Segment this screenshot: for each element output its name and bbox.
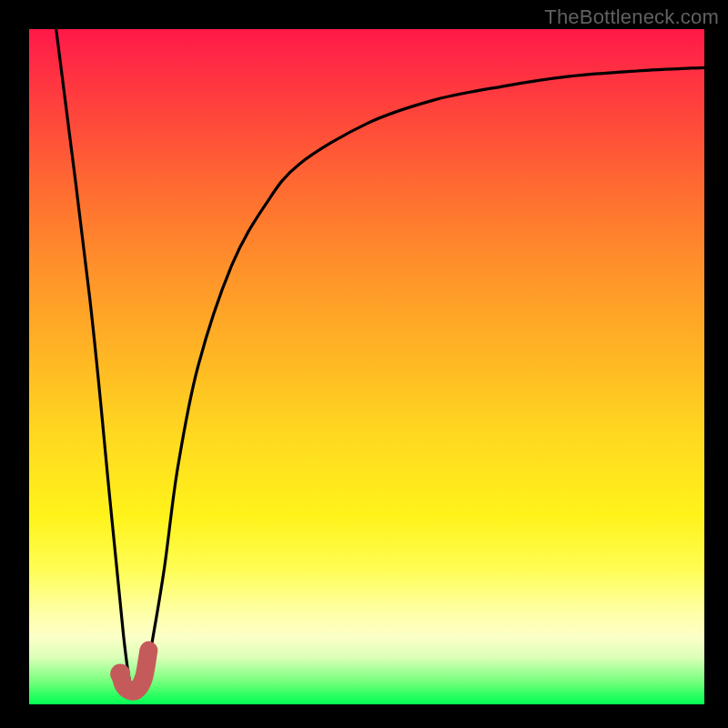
chart-container: TheBottleneck.com [0,0,728,728]
svg-point-0 [110,664,130,684]
sweet-spot-mark [29,29,704,704]
watermark: TheBottleneck.com [544,5,719,29]
plot-area [29,29,704,704]
bottleneck-curve [29,29,704,704]
